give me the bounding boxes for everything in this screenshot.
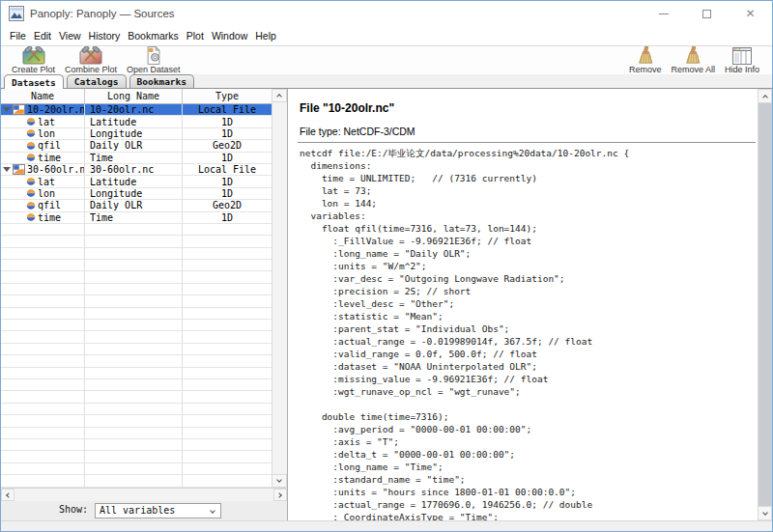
toolbar-button-hide-info[interactable]: Hide Info [725,46,759,74]
column-header-long-name[interactable]: Long Name [84,89,182,103]
tab-datasets[interactable]: Datasets [4,74,64,89]
variable-icon [26,153,36,162]
cell-empty [1,439,84,450]
cell-type: Local File [182,104,272,115]
title-bar: Panoply: Panoply — Sources ✕ [1,1,772,26]
close-button[interactable]: ✕ [729,1,772,26]
toolbar-button-combine-plot[interactable]: Combine Plot [65,46,117,74]
cell-type-text: 1D [221,177,233,187]
menu-item-edit[interactable]: Edit [30,30,55,42]
cell-empty [84,475,182,486]
info-vertical-scrollbar[interactable] [758,89,772,520]
toolbar-button-label: Combine Plot [65,65,117,74]
combine-plot-icon [75,46,106,65]
cell-empty [182,415,272,426]
cell-empty [84,284,182,294]
scroll-left-button[interactable] [1,489,14,501]
row-name-text: lat [38,177,55,187]
scroll-up-button[interactable] [758,89,772,103]
cell-empty [1,355,84,366]
maximize-button[interactable] [685,1,729,26]
cell-empty [1,331,84,342]
cell-long-name: Longitude [84,128,182,139]
scroll-down-button[interactable] [272,474,287,488]
cell-long-name: 30-60olr.nc [84,164,182,175]
toolbar-left: Create PlotCombine PlotOpen Dataset [7,46,186,74]
window-title: Panoply: Panoply — Sources [30,1,175,26]
table-row-empty [1,368,272,379]
table-row-lat[interactable]: latLatitude1D [1,116,272,127]
scroll-down-button[interactable] [758,506,772,520]
cell-name: time [1,153,84,163]
tab-bookmarks[interactable]: Bookmarks [129,74,194,88]
chevron-down-icon [210,508,215,514]
cell-long-name: Daily OLR [84,140,182,151]
cell-empty [84,295,182,306]
show-variables-dropdown[interactable]: All variables [95,503,221,518]
expander-triangle-icon[interactable] [3,167,11,172]
cell-name: qfil [1,200,84,210]
row-name-text: qfil [38,200,61,210]
dataset-file-icon [13,104,25,115]
table-row-time[interactable]: timeTime1D [1,153,272,164]
toolbar-button-remove[interactable]: Remove [629,46,662,74]
column-header-type[interactable]: Type [182,89,272,103]
cell-empty [1,320,84,330]
cell-empty [84,379,182,390]
row-name-text: 10-20olr.nc [27,104,84,115]
cell-empty [1,415,84,426]
table-horizontal-scrollbar[interactable] [1,488,287,501]
toolbar-button-label: Remove [629,65,662,74]
cell-empty [84,451,182,462]
cell-empty [182,271,272,282]
table-row-qfil[interactable]: qfilDaily OLRGeo2D [1,140,272,152]
cell-empty [1,236,84,246]
cell-empty [182,475,272,486]
table-row-30-60olr.nc[interactable]: 30-60olr.nc30-60olr.ncLocal File [1,164,272,176]
cell-long-name: Longitude [84,188,182,199]
table-row-empty [1,355,272,367]
cell-empty [84,320,182,330]
cell-empty [84,391,182,402]
toolbar-button-label: Remove All [671,65,715,74]
cell-empty [84,331,182,342]
column-header-name[interactable]: Name [1,89,84,103]
expander-triangle-icon[interactable] [3,107,11,112]
table-row-lon[interactable]: lonLongitude1D [1,188,272,200]
menu-item-window[interactable]: Window [208,30,251,42]
table-row-empty [1,451,272,462]
toolbar-button-open-dataset[interactable]: Open Dataset [127,46,181,74]
table-row-empty [1,475,272,487]
table-row-empty [1,224,272,236]
cell-empty [84,260,182,270]
table-vertical-scrollbar[interactable] [272,89,287,488]
menu-item-bookmarks[interactable]: Bookmarks [124,30,183,42]
minimize-button[interactable] [642,1,685,26]
cell-empty [84,344,182,354]
cell-type: 1D [182,176,272,186]
cell-empty [182,428,272,438]
toolbar-button-create-plot[interactable]: Create Plot [12,46,55,74]
menu-item-plot[interactable]: Plot [183,30,208,42]
toolbar-button-remove-all[interactable]: Remove All [671,46,715,74]
tab-catalogs[interactable]: Catalogs [67,74,127,88]
cell-empty [1,475,84,486]
scroll-right-button[interactable] [273,489,287,501]
menu-item-view[interactable]: View [55,30,85,42]
table-row-lon[interactable]: lonLongitude1D [1,128,272,140]
scroll-up-button[interactable] [272,89,287,102]
menu-item-help[interactable]: Help [251,30,280,42]
menu-item-history[interactable]: History [85,30,125,42]
tab-strip: DatasetsCatalogsBookmarks [1,74,772,89]
table-row-10-20olr.nc[interactable]: 10-20olr.nc10-20olr.ncLocal File [1,104,272,116]
cell-empty [182,463,272,474]
table-row-empty [1,415,272,427]
cell-empty [1,295,84,306]
cell-name: 10-20olr.nc [1,104,84,115]
table-row-lat[interactable]: latLatitude1D [1,176,272,187]
menu-item-file[interactable]: File [6,30,30,42]
table-row-empty [1,379,272,391]
table-row-time[interactable]: timeTime1D [1,212,272,224]
table-row-qfil[interactable]: qfilDaily OLRGeo2D [1,200,272,211]
menu-bar: FileEditViewHistoryBookmarksPlotWindowHe… [1,26,772,46]
